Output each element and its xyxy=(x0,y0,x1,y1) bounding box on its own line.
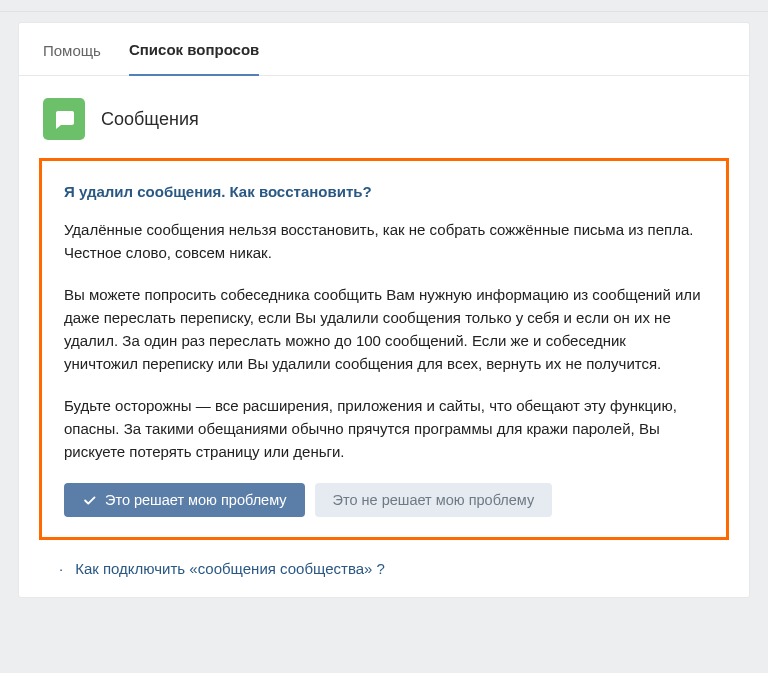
solves-button[interactable]: Это решает мою проблему xyxy=(64,483,305,517)
section-title: Сообщения xyxy=(101,109,199,130)
question-body: Удалённые сообщения нельзя восстановить,… xyxy=(64,218,704,463)
top-spacer xyxy=(0,0,768,12)
question-paragraph: Удалённые сообщения нельзя восстановить,… xyxy=(64,218,704,265)
check-icon xyxy=(82,493,97,508)
question-paragraph: Вы можете попросить собеседника сообщить… xyxy=(64,283,704,376)
bullet-icon: · xyxy=(59,560,63,577)
tabs-bar: Помощь Список вопросов xyxy=(19,23,749,76)
related-question-label: Как подключить «сообщения сообщества» ? xyxy=(75,560,385,577)
messages-icon xyxy=(43,98,85,140)
section-header: Сообщения xyxy=(19,76,749,158)
not-solves-button-label: Это не решает мою проблему xyxy=(333,492,535,508)
tab-help[interactable]: Помощь xyxy=(43,24,101,75)
not-solves-button[interactable]: Это не решает мою проблему xyxy=(315,483,553,517)
solves-button-label: Это решает мою проблему xyxy=(105,492,287,508)
tab-questions[interactable]: Список вопросов xyxy=(129,23,259,76)
question-block: Я удалил сообщения. Как восстановить? Уд… xyxy=(39,158,729,540)
feedback-buttons: Это решает мою проблему Это не решает мо… xyxy=(64,483,704,517)
main-card: Помощь Список вопросов Сообщения Я удали… xyxy=(18,22,750,598)
question-paragraph: Будьте осторожны — все расширения, прило… xyxy=(64,394,704,464)
related-question-link[interactable]: · Как подключить «сообщения сообщества» … xyxy=(59,560,729,577)
question-title: Я удалил сообщения. Как восстановить? xyxy=(64,183,704,200)
